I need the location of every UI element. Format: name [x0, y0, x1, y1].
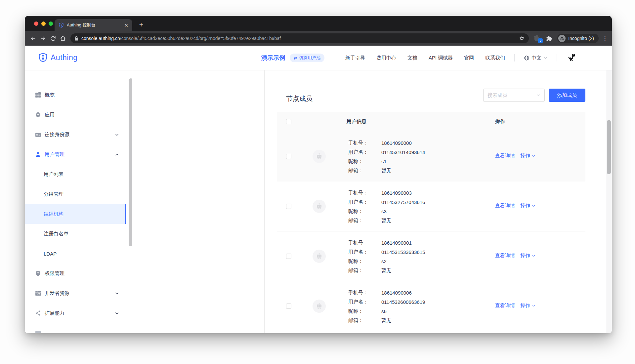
- table-row: 手机号：18614090000 用户名：0114531014093614 昵称：…: [277, 132, 585, 182]
- chevron-up-icon: [115, 152, 119, 157]
- phone-value: 18614090006: [381, 290, 412, 296]
- sidebar-item-user-list[interactable]: 用户列表: [25, 164, 132, 184]
- globe-icon: [524, 55, 529, 61]
- search-placeholder: 搜索成员: [487, 92, 536, 99]
- row-checkbox[interactable]: [286, 204, 291, 209]
- chevron-down-icon: [543, 56, 547, 60]
- sidebar-item-registration-whitelist[interactable]: 注册白名单: [25, 224, 132, 244]
- view-detail-link[interactable]: 查看详情: [495, 303, 515, 309]
- forward-icon[interactable]: [38, 33, 48, 43]
- row-checkbox[interactable]: [286, 254, 291, 259]
- sidebar-item-organization[interactable]: 组织机构: [25, 204, 126, 224]
- chevron-down-icon: [532, 254, 535, 258]
- nickname-value: s3: [381, 209, 387, 214]
- avatar: [313, 250, 326, 263]
- page-title: 节点成员: [286, 94, 313, 103]
- reload-icon[interactable]: [48, 33, 58, 43]
- tab-close-icon[interactable]: ✕: [124, 23, 128, 28]
- view-detail-link[interactable]: 查看详情: [495, 253, 515, 259]
- avatar: [313, 200, 326, 213]
- sidebar-item-identity-sources[interactable]: 连接身份源: [25, 125, 132, 144]
- incognito-label: Incognito (2): [568, 36, 594, 41]
- browser-window: Authing 控制台 ✕ + console.authing.cn/conso…: [25, 16, 612, 333]
- username-value: 0114531533633615: [381, 249, 425, 255]
- chevron-down-icon: [115, 311, 119, 315]
- app-body: 概览 应用 连接身份源 用户管理 用户列表 分组管理: [25, 70, 612, 333]
- nickname-value: s2: [381, 259, 387, 264]
- app-header: Authing 演示示例 ⇄ 切换用户池 新手引导 费用中心 文档 API 调试…: [25, 46, 612, 70]
- sidebar-item-ldap[interactable]: LDAP: [25, 244, 132, 263]
- row-checkbox[interactable]: [286, 303, 291, 309]
- incognito-profile-chip[interactable]: Incognito (2): [557, 34, 599, 43]
- nav-billing[interactable]: 费用中心: [376, 55, 396, 61]
- nickname-value: s6: [381, 308, 387, 314]
- dino-icon[interactable]: [568, 54, 575, 62]
- page-scrollbar[interactable]: [607, 120, 611, 174]
- email-value: 暂无: [381, 267, 391, 274]
- browser-tab[interactable]: Authing 控制台 ✕: [55, 19, 132, 31]
- row-action-dropdown[interactable]: 操作: [520, 153, 535, 159]
- sidebar-item-permission-management[interactable]: 权限管理: [25, 263, 132, 283]
- nav-docs[interactable]: 文档: [407, 55, 417, 61]
- view-detail-link[interactable]: 查看详情: [495, 203, 515, 209]
- nav-guide[interactable]: 新手引导: [345, 55, 365, 61]
- sidebar-item-extensions[interactable]: 扩展能力: [25, 303, 132, 323]
- extensions-puzzle-icon[interactable]: [544, 33, 554, 43]
- bookmark-star-icon[interactable]: [519, 35, 525, 41]
- row-action-dropdown[interactable]: 操作: [520, 253, 535, 259]
- language-selector[interactable]: 中文: [524, 55, 547, 61]
- sidebar-item-overview[interactable]: 概览: [25, 85, 132, 105]
- userpool-name: 演示示例: [261, 54, 285, 62]
- url-bar[interactable]: console.authing.cn/console/5f45cad3ece50…: [70, 33, 529, 43]
- row-action-dropdown[interactable]: 操作: [520, 203, 535, 209]
- close-window-button[interactable]: [34, 21, 38, 26]
- sidebar-item-user-management[interactable]: 用户管理: [25, 144, 132, 164]
- email-value: 暂无: [381, 218, 391, 224]
- sidebar: 概览 应用 连接身份源 用户管理 用户列表 分组管理: [25, 70, 132, 333]
- extension-badge: 5: [538, 38, 543, 43]
- view-detail-link[interactable]: 查看详情: [495, 153, 515, 159]
- table-header: 用户信息 操作: [277, 112, 585, 132]
- sidebar-item-partial[interactable]: [25, 323, 132, 333]
- new-tab-button[interactable]: +: [137, 20, 146, 30]
- tab-favicon-shield-icon: [59, 22, 64, 28]
- nav-api-debugger[interactable]: API 调试器: [429, 55, 453, 61]
- zoom-window-button[interactable]: [49, 21, 53, 26]
- table-row: 手机号：18614090001 用户名：0114531533633615 昵称：…: [277, 231, 585, 281]
- lock-icon[interactable]: [74, 36, 78, 41]
- authing-logo[interactable]: Authing: [38, 53, 78, 62]
- browser-menu-icon[interactable]: ⋮: [601, 33, 609, 43]
- extension-cat-icon[interactable]: 5: [532, 33, 541, 43]
- shield-key-icon: [35, 270, 41, 277]
- select-all-checkbox[interactable]: [286, 119, 291, 124]
- chevron-down-icon: [115, 133, 119, 137]
- row-action-dropdown[interactable]: 操作: [520, 303, 535, 309]
- add-member-button[interactable]: 添加成员: [549, 89, 585, 102]
- header-divider: [514, 54, 515, 61]
- chevron-down-icon: [532, 154, 535, 158]
- switch-arrows-icon: ⇄: [294, 56, 297, 61]
- table-row: 手机号：18614090006 用户名：0114532600663619 昵称：…: [277, 281, 585, 331]
- phone-value: 18614090003: [381, 190, 412, 196]
- avatar: [313, 300, 326, 313]
- app-hexagon-icon: [35, 111, 41, 118]
- switch-userpool-button[interactable]: ⇄ 切换用户池: [290, 54, 324, 62]
- sidebar-item-group-management[interactable]: 分组管理: [25, 184, 132, 204]
- node-members-panel: 节点成员 搜索成员 添加成员 用户信息 操作 手机号：18614: [265, 70, 612, 333]
- search-members-select[interactable]: 搜索成员: [483, 89, 545, 102]
- back-icon[interactable]: [28, 33, 38, 43]
- home-icon[interactable]: [58, 33, 68, 43]
- nav-website[interactable]: 官网: [464, 55, 474, 61]
- email-value: 暂无: [381, 168, 391, 174]
- row-checkbox[interactable]: [286, 154, 291, 159]
- incognito-icon: [558, 35, 566, 42]
- code-window-icon: [35, 290, 41, 297]
- sidebar-item-developer-resources[interactable]: 开发者资源: [25, 283, 132, 303]
- brand-name: Authing: [51, 53, 78, 62]
- nav-contact[interactable]: 联系我们: [485, 55, 505, 61]
- header-divider: [334, 54, 334, 61]
- minimize-window-button[interactable]: [41, 21, 46, 26]
- authing-shield-icon: [38, 53, 48, 62]
- header-divider: [557, 54, 557, 61]
- sidebar-item-applications[interactable]: 应用: [25, 105, 132, 125]
